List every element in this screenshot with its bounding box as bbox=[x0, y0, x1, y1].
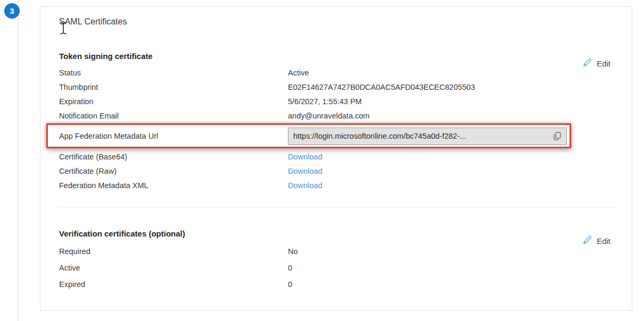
app-federation-metadata-url-field[interactable]: https://login.microsoftonline.com/bc745a… bbox=[288, 128, 567, 145]
federation-metadata-xml-label: Federation Metadata XML bbox=[59, 181, 288, 190]
notification-email-row: Notification Email andy@unraveldata.com bbox=[59, 108, 616, 123]
card-title: SAML Certificates bbox=[59, 16, 616, 27]
certificate-raw-download-link[interactable]: Download bbox=[288, 167, 616, 175]
required-value: No bbox=[288, 247, 616, 256]
notification-email-value: andy@unraveldata.com bbox=[288, 112, 616, 120]
notification-email-label: Notification Email bbox=[59, 112, 288, 120]
certificate-base64-label: Certificate (Base64) bbox=[59, 153, 288, 161]
status-value: Active bbox=[288, 69, 616, 77]
verification-title: Verification certificates (optional) bbox=[59, 229, 185, 238]
thumbprint-value: E02F14627A7427B0DCA0AC5AFD043ECEC8205503 bbox=[288, 83, 616, 91]
edit-label: Edit bbox=[597, 236, 610, 246]
step-number-badge: 3 bbox=[4, 3, 20, 19]
verification-header: Verification certificates (optional) Edi… bbox=[59, 229, 616, 243]
expired-count-row: Expired 0 bbox=[59, 276, 616, 292]
app-federation-metadata-url-value: https://login.microsoftonline.com/bc745a… bbox=[293, 132, 550, 140]
certificate-base64-download-link[interactable]: Download bbox=[288, 153, 616, 161]
app-federation-metadata-label: App Federation Metadata Url bbox=[59, 132, 288, 140]
thumbprint-row: Thumbprint E02F14627A7427B0DCA0AC5AFD043… bbox=[59, 80, 616, 94]
step-number: 3 bbox=[10, 6, 14, 15]
thumbprint-label: Thumbprint bbox=[59, 83, 288, 91]
required-row: Required No bbox=[59, 243, 616, 259]
token-signing-section: Token signing certificate Edit Status Ac… bbox=[59, 52, 616, 192]
active-count-label: Active bbox=[59, 264, 288, 272]
expiration-value: 5/6/2027, 1:55:43 PM bbox=[288, 97, 616, 106]
expired-count-label: Expired bbox=[59, 280, 288, 289]
expiration-row: Expiration 5/6/2027, 1:55:43 PM bbox=[59, 94, 616, 108]
status-label: Status bbox=[59, 69, 288, 77]
text-cursor-icon bbox=[60, 21, 67, 37]
status-row: Status Active bbox=[59, 65, 616, 80]
expiration-label: Expiration bbox=[59, 97, 288, 106]
saml-certificates-card: SAML Certificates Token signing certific… bbox=[40, 6, 632, 311]
token-signing-title: Token signing certificate bbox=[59, 52, 153, 61]
edit-label: Edit bbox=[597, 59, 610, 68]
pencil-icon bbox=[582, 235, 592, 247]
verification-certificates-section: Verification certificates (optional) Edi… bbox=[59, 229, 616, 292]
copy-icon[interactable] bbox=[553, 132, 562, 140]
app-federation-metadata-row: App Federation Metadata Url https://logi… bbox=[59, 123, 616, 149]
certificate-raw-label: Certificate (Raw) bbox=[59, 167, 288, 175]
section-divider bbox=[59, 207, 616, 208]
active-count-value: 0 bbox=[288, 264, 616, 272]
step-connector-line bbox=[18, 0, 19, 321]
required-label: Required bbox=[59, 247, 288, 256]
federation-metadata-xml-row: Federation Metadata XML Download bbox=[59, 178, 616, 192]
expired-count-value: 0 bbox=[288, 280, 616, 289]
active-count-row: Active 0 bbox=[59, 259, 616, 276]
certificate-raw-row: Certificate (Raw) Download bbox=[59, 164, 616, 178]
token-signing-header: Token signing certificate Edit bbox=[59, 52, 616, 65]
pencil-icon bbox=[582, 58, 592, 69]
federation-metadata-xml-download-link[interactable]: Download bbox=[288, 181, 616, 190]
certificate-base64-row: Certificate (Base64) Download bbox=[59, 149, 616, 164]
verification-edit-button[interactable]: Edit bbox=[582, 235, 610, 247]
token-signing-edit-button[interactable]: Edit bbox=[582, 58, 610, 69]
